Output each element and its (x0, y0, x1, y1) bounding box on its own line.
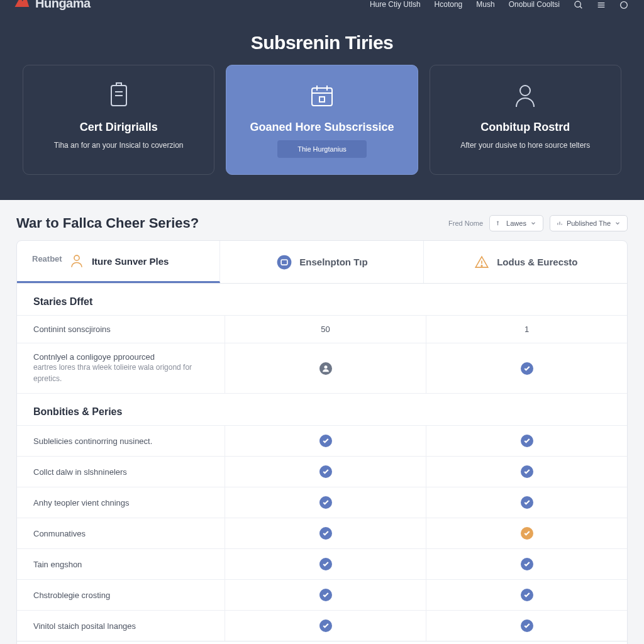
row-label: Tain engshon (17, 548, 225, 579)
check-icon (521, 619, 533, 632)
svg-point-0 (575, 1, 580, 7)
row-value-2 (426, 518, 627, 548)
row-label: Contnlyel a conligoye pproourced eartres… (17, 343, 225, 393)
svg-point-20 (324, 365, 327, 369)
row-value-2 (426, 425, 627, 456)
bars-icon (557, 220, 563, 226)
nav-link-2[interactable]: Mush (476, 0, 494, 9)
table-row: Conmunatives (17, 518, 627, 548)
menu-icon[interactable] (596, 0, 606, 10)
badge-icon (275, 253, 293, 271)
tab-1-label: Enselnpton Tıp (299, 257, 367, 267)
row-label: Continint sonscjiroins (17, 315, 225, 343)
tab-2-label: Lodus & Eurecsto (497, 257, 577, 267)
row-value-1 (225, 456, 426, 487)
panel-heading: War to Fallca Cheer Series? (16, 215, 199, 231)
tab-0[interactable]: Reatbet Iture Sunver Ples (17, 241, 220, 283)
check-icon (319, 496, 332, 509)
row-value-2 (426, 343, 627, 393)
dropdown-published-label: Published The (567, 219, 611, 227)
svg-rect-13 (319, 97, 325, 102)
hero-card-1[interactable]: Goaned Hore Subscrissice Thie Hurgtanius (226, 65, 418, 175)
svg-point-15 (74, 255, 79, 260)
sort-icon (496, 220, 502, 226)
search-icon[interactable] (574, 0, 584, 10)
row-label: Conmunatives (17, 518, 225, 548)
row-value-1 (225, 610, 426, 641)
row-value-2 (426, 610, 627, 641)
row-label: Chstroblegie crosting (17, 579, 225, 610)
svg-line-1 (580, 6, 582, 8)
hero: Subsrenin Tiries Cert Dirigrialls Tiha a… (0, 17, 644, 200)
row-label: Sublelicies continorring nusinect. (17, 425, 225, 456)
check-icon (319, 435, 332, 447)
brand: Hungama (13, 0, 91, 13)
nav-link-1[interactable]: Hcotong (435, 0, 463, 9)
table-row: Contnlyel a conligoye pproourced eartres… (17, 343, 627, 393)
row-value-1 (225, 343, 426, 393)
row-value-1 (225, 548, 426, 579)
tab-1[interactable]: Enselnpton Tıp (220, 241, 423, 283)
avatar-icon (319, 362, 332, 375)
table-row: Continint sonscjiroins 50 1 (17, 315, 627, 343)
hero-card-1-title: Goaned Hore Subscrissice (238, 121, 406, 134)
table-row: Sublelicies continorring nusinect. (17, 425, 627, 456)
nav-link-3[interactable]: Onobuil Cooltsi (509, 0, 560, 9)
check-icon (319, 589, 332, 601)
tabs: Reatbet Iture Sunver Ples Enselnpton Tıp… (17, 241, 627, 284)
row-label-text: Contnlyel a conligoye pproourced (33, 352, 208, 362)
section2-title: Bonbities & Peries (17, 393, 627, 425)
table-row: Tain engshon (17, 548, 627, 579)
row-value-1 (225, 425, 426, 456)
table-row: Chstroblegie crosting (17, 579, 627, 610)
check-icon (319, 558, 332, 570)
brand-logo-icon (13, 0, 30, 13)
svg-point-14 (520, 86, 530, 96)
hero-title: Subsrenin Tiries (0, 32, 644, 53)
check-icon (521, 465, 533, 478)
row-value-1 (225, 579, 426, 610)
tab-2[interactable]: Lodus & Eurecsto (424, 241, 627, 283)
dropdown-sort-label: Lawes (506, 219, 526, 227)
chevron-down-icon (614, 220, 621, 226)
panel-head: War to Fallca Cheer Series? Fred Nome La… (16, 215, 628, 231)
section1-title: Staries Dffet (17, 284, 627, 315)
table-row: Anhy teopler vient chnings (17, 487, 627, 518)
hero-card-2[interactable]: Conbitup Rostrd After your dusive to hor… (430, 65, 621, 175)
check-icon (521, 362, 533, 375)
calendar-icon (238, 79, 406, 112)
filters: Fred Nome Lawes Published The (448, 215, 628, 231)
check-icon (521, 558, 533, 570)
hero-cards: Cert Dirigrialls Tiha an for an your Ins… (0, 65, 644, 175)
check-icon (521, 435, 533, 447)
row-value-2 (426, 548, 627, 579)
filter-label: Fred Nome (448, 219, 483, 227)
row-value-2 (426, 579, 627, 610)
hero-card-0[interactable]: Cert Dirigrialls Tiha an for an your Ins… (23, 65, 214, 175)
row-label: Vinitol staich posital lnanges (17, 610, 225, 641)
hero-card-0-desc: Tiha an for an your Insical to coverzion (35, 140, 203, 151)
brand-name: Hungama (35, 0, 91, 11)
row-value-2: 1 (426, 315, 627, 343)
table-row: Collct dalw in slshninelers (17, 456, 627, 487)
svg-point-19 (481, 265, 482, 266)
nav-icons (574, 0, 629, 10)
row-desc: eartres lores thrа wleek tolieire wala o… (33, 362, 208, 384)
dropdown-published[interactable]: Published The (550, 215, 628, 231)
dropdown-sort[interactable]: Lawes (489, 215, 543, 231)
warning-icon (473, 253, 491, 271)
row-value-1 (225, 487, 426, 518)
check-icon (319, 465, 332, 478)
svg-point-16 (277, 255, 292, 269)
hero-card-2-desc: After your dusive to hore source telters (441, 140, 609, 151)
circle-icon[interactable] (619, 0, 629, 10)
person-outline-icon (68, 252, 86, 270)
panel-footer: Suent Subkuloption Eask P, Difficeath Ab… (17, 641, 627, 644)
hero-card-1-cta[interactable]: Thie Hurgtanius (277, 140, 367, 158)
check-icon (521, 527, 533, 540)
row-value-2 (426, 456, 627, 487)
nav-link-0[interactable]: Hure Ctiy Utlsh (370, 0, 421, 9)
hero-card-0-title: Cert Dirigrialls (35, 121, 203, 134)
tab-0-label: Iture Sunver Ples (92, 256, 169, 267)
hero-card-2-title: Conbitup Rostrd (441, 121, 609, 134)
